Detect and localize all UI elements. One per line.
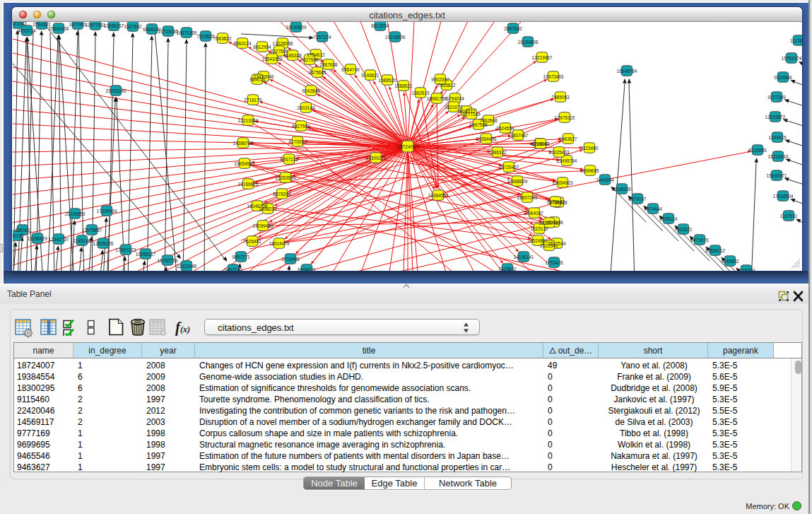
svg-text:8912954: 8912954 xyxy=(253,45,271,49)
svg-text:2935114: 2935114 xyxy=(660,216,678,221)
svg-text:9777169: 9777169 xyxy=(462,112,481,117)
svg-text:6897568: 6897568 xyxy=(469,122,488,127)
svg-text:14099489: 14099489 xyxy=(253,223,273,228)
svg-text:15495794: 15495794 xyxy=(557,158,577,163)
svg-text:14136141: 14136141 xyxy=(514,255,534,259)
svg-text:9245652: 9245652 xyxy=(721,259,739,264)
svg-text:16154808: 16154808 xyxy=(518,40,539,45)
svg-text:19384554: 19384554 xyxy=(428,193,449,198)
svg-text:15751074: 15751074 xyxy=(782,56,802,61)
svg-text:7515526: 7515526 xyxy=(196,34,215,39)
svg-text:16914479: 16914479 xyxy=(269,241,290,246)
svg-text:19166825: 19166825 xyxy=(238,182,259,187)
svg-text:10807487: 10807487 xyxy=(508,133,529,138)
svg-text:16210643: 16210643 xyxy=(768,154,789,159)
svg-text:12213369: 12213369 xyxy=(238,118,259,123)
svg-text:2718176: 2718176 xyxy=(244,98,262,103)
svg-text:16648784: 16648784 xyxy=(617,69,637,74)
svg-text:1677401: 1677401 xyxy=(69,22,87,27)
svg-text:19654985: 19654985 xyxy=(235,161,255,166)
svg-text:8878334: 8878334 xyxy=(273,192,291,197)
svg-text:9699695: 9699695 xyxy=(581,168,599,173)
svg-text:1754612: 1754612 xyxy=(307,52,325,57)
svg-text:16033809: 16033809 xyxy=(286,25,307,30)
svg-text:2603144: 2603144 xyxy=(297,105,315,110)
svg-text:1733426: 1733426 xyxy=(545,260,563,265)
svg-text:7625402: 7625402 xyxy=(243,239,261,244)
svg-text:8938928: 8938928 xyxy=(613,187,631,192)
svg-text:10973493: 10973493 xyxy=(543,74,564,79)
svg-text:9227349: 9227349 xyxy=(767,95,786,100)
svg-text:12093872: 12093872 xyxy=(765,115,786,119)
svg-text:3498222: 3498222 xyxy=(259,206,277,211)
svg-text:10025433: 10025433 xyxy=(549,150,570,155)
svg-text:13975887: 13975887 xyxy=(82,228,102,233)
svg-text:9146821: 9146821 xyxy=(361,73,379,78)
svg-text:19300273: 19300273 xyxy=(366,156,387,160)
svg-text:12975115: 12975115 xyxy=(555,115,575,120)
svg-text:1145196: 1145196 xyxy=(73,238,91,243)
svg-text:8427552: 8427552 xyxy=(292,124,310,129)
svg-text:20364456: 20364456 xyxy=(476,136,497,141)
svg-text:8694021: 8694021 xyxy=(298,267,316,271)
svg-text:11923448: 11923448 xyxy=(177,264,197,269)
svg-text:9115460: 9115460 xyxy=(581,146,599,151)
svg-text:10977931: 10977931 xyxy=(86,23,106,28)
svg-text:16120746: 16120746 xyxy=(539,221,560,226)
svg-text:9242848: 9242848 xyxy=(302,88,320,93)
svg-text:939159: 939159 xyxy=(13,233,24,238)
svg-text:15720407: 15720407 xyxy=(499,165,519,170)
svg-text:6216002: 6216002 xyxy=(531,141,550,146)
svg-text:18724007: 18724007 xyxy=(396,144,418,149)
svg-text:1112804: 1112804 xyxy=(790,38,802,43)
svg-text:2687682: 2687682 xyxy=(504,26,522,31)
svg-text:8471676: 8471676 xyxy=(690,238,709,243)
svg-text:8215955: 8215955 xyxy=(748,148,767,153)
svg-text:9467210: 9467210 xyxy=(224,267,242,271)
svg-text:6794024: 6794024 xyxy=(446,96,464,101)
svg-text:1362615: 1362615 xyxy=(411,90,430,95)
svg-text:7663822: 7663822 xyxy=(213,36,232,41)
svg-text:20206553: 20206553 xyxy=(65,211,86,216)
svg-text:16961758: 16961758 xyxy=(427,96,447,101)
svg-text:9329966: 9329966 xyxy=(774,75,792,80)
svg-text:6879197: 6879197 xyxy=(628,197,647,201)
svg-text:9118204: 9118204 xyxy=(738,268,755,271)
svg-text:1527602: 1527602 xyxy=(124,24,142,29)
svg-text:7955812: 7955812 xyxy=(437,83,456,88)
svg-text:335061: 335061 xyxy=(15,228,30,233)
svg-text:7415602: 7415602 xyxy=(498,267,517,271)
svg-text:8813054: 8813054 xyxy=(371,23,389,28)
svg-text:18807249: 18807249 xyxy=(517,195,538,200)
svg-text:10958117: 10958117 xyxy=(136,252,156,257)
svg-text:8186328: 8186328 xyxy=(283,53,302,58)
svg-text:9084067: 9084067 xyxy=(525,211,543,216)
svg-text:12213967: 12213967 xyxy=(532,55,553,60)
svg-text:16524861: 16524861 xyxy=(528,238,548,243)
svg-text:16782759: 16782759 xyxy=(158,258,178,263)
svg-text:2522541: 2522541 xyxy=(540,243,558,248)
svg-text:9463627: 9463627 xyxy=(559,136,577,141)
svg-text:1588521: 1588521 xyxy=(394,83,413,88)
svg-text:9327508: 9327508 xyxy=(300,57,319,62)
svg-text:20053346: 20053346 xyxy=(106,88,126,93)
svg-text:4055724: 4055724 xyxy=(18,28,36,33)
svg-text:17957273: 17957273 xyxy=(116,247,136,252)
svg-text:9857271: 9857271 xyxy=(232,255,250,259)
svg-text:11156829: 11156829 xyxy=(28,236,47,241)
svg-text:7632621: 7632621 xyxy=(674,227,693,232)
svg-text:8454749: 8454749 xyxy=(341,67,360,72)
svg-text:10688609: 10688609 xyxy=(507,179,528,184)
svg-text:17016504: 17016504 xyxy=(773,194,794,199)
svg-text:1244415: 1244415 xyxy=(768,135,787,140)
svg-text:1588520: 1588520 xyxy=(378,78,396,83)
svg-text:13226058: 13226058 xyxy=(273,41,293,46)
svg-text:989013: 989013 xyxy=(249,77,265,82)
svg-text:10719185: 10719185 xyxy=(158,29,179,34)
svg-text:15692971: 15692971 xyxy=(767,173,787,178)
svg-text:19218506: 19218506 xyxy=(385,35,406,40)
svg-text:7357224: 7357224 xyxy=(313,35,331,40)
svg-text:10655267: 10655267 xyxy=(104,23,124,28)
svg-text:1167531: 1167531 xyxy=(780,214,798,218)
svg-text:1440954: 1440954 xyxy=(596,177,614,182)
